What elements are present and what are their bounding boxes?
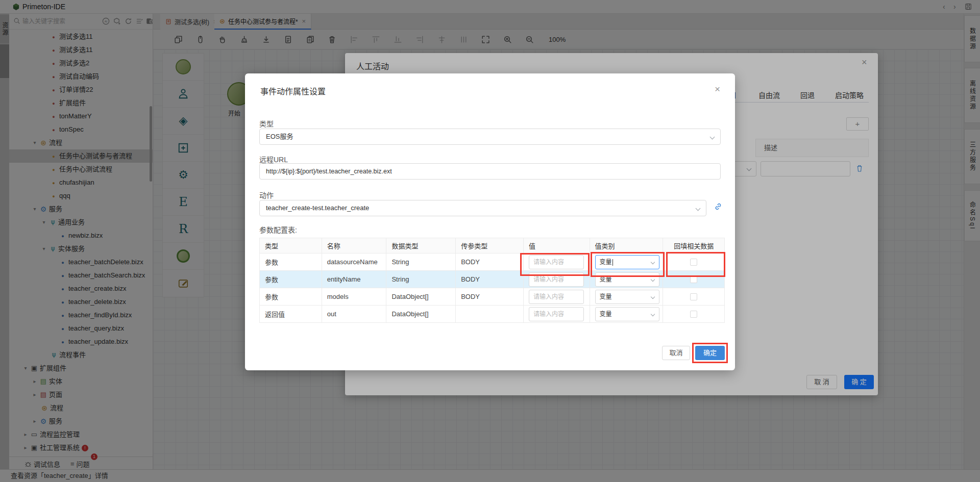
type-label: 类型	[259, 118, 274, 129]
chevron-down-icon	[710, 135, 715, 140]
chevron-down-icon	[650, 260, 654, 264]
value-category-select[interactable]: 变量	[595, 290, 659, 304]
backfill-checkbox[interactable]	[690, 293, 697, 300]
backfill-checkbox[interactable]	[690, 311, 697, 318]
action-select[interactable]: teacher_create-test.teacher_create	[259, 200, 706, 216]
action-label: 动作	[259, 190, 274, 200]
value-category-select[interactable]: 变量	[595, 272, 659, 287]
chevron-down-icon	[650, 312, 654, 316]
value-category-select[interactable]: 变量	[595, 255, 659, 269]
cancel-button[interactable]: 取消	[662, 346, 690, 360]
backfill-checkbox[interactable]	[690, 259, 697, 266]
link-icon[interactable]	[714, 202, 723, 213]
text-caret	[612, 259, 613, 266]
param-config-table: 类型 名称 数据类型 传参类型 值 值类别 回填相关数据 参数 datasour…	[259, 238, 725, 323]
param-table-label: 参数配置表:	[259, 224, 297, 235]
table-row: 参数 models DataObject[] BODY 变量	[260, 288, 724, 306]
table-row: 返回值 out DataObject[] 变量	[260, 306, 724, 323]
event-action-properties-modal: 事件动作属性设置 × 类型 EOS服务 远程URL 动作 teacher_cre…	[245, 73, 735, 370]
value-input[interactable]	[529, 307, 584, 321]
backfill-checkbox[interactable]	[690, 276, 697, 283]
close-icon[interactable]: ×	[715, 84, 720, 95]
value-input[interactable]	[529, 272, 584, 287]
remote-url-input[interactable]	[259, 163, 721, 180]
type-select[interactable]: EOS服务	[259, 129, 721, 145]
chevron-down-icon	[696, 206, 701, 211]
table-row: 参数 datasourceName String BODY 变量	[260, 253, 724, 271]
remote-url-label: 远程URL	[259, 154, 288, 164]
ok-button[interactable]: 确定	[695, 346, 725, 360]
value-category-select[interactable]: 变量	[595, 307, 659, 321]
modal-title: 事件动作属性设置	[260, 85, 326, 97]
chevron-down-icon	[650, 277, 654, 281]
chevron-down-icon	[650, 294, 654, 298]
value-input[interactable]	[529, 255, 584, 269]
table-header-row: 类型 名称 数据类型 传参类型 值 值类别 回填相关数据	[260, 238, 724, 253]
table-row: 参数 entityName String BODY 变量	[260, 271, 724, 288]
value-input[interactable]	[529, 290, 584, 304]
